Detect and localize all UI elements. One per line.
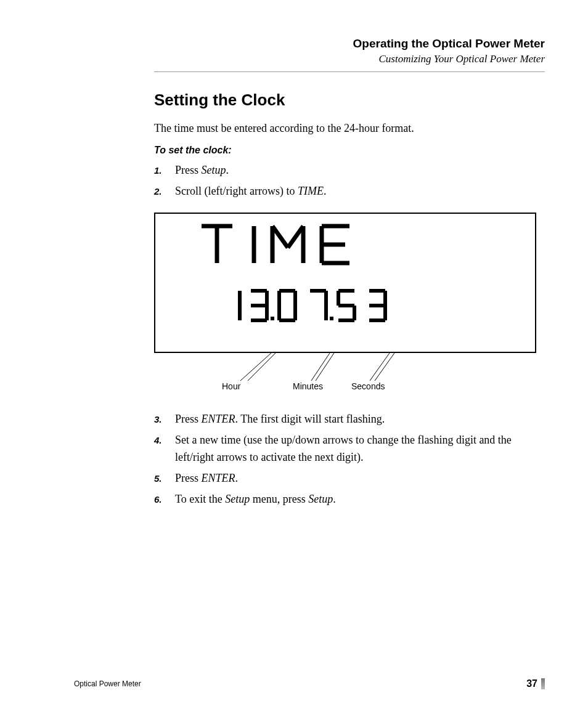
steps-list-a: Press Setup. Scroll (left/right arrows) … bbox=[154, 162, 545, 200]
step-1: Press Setup. bbox=[154, 162, 545, 179]
svg-line-4 bbox=[272, 226, 288, 248]
manual-page: Operating the Optical Power Meter Custom… bbox=[0, 0, 588, 714]
step-3: Press ENTER. The first digit will start … bbox=[154, 411, 545, 428]
step-2: Scroll (left/right arrows) to TIME. bbox=[154, 183, 545, 200]
svg-line-37 bbox=[311, 353, 330, 381]
svg-line-38 bbox=[316, 353, 334, 381]
svg-line-36 bbox=[248, 353, 276, 381]
header-rule bbox=[154, 71, 545, 72]
page-content: Setting the Clock The time must be enter… bbox=[43, 91, 545, 508]
figure: Hour Minutes Seconds bbox=[154, 213, 545, 396]
lcd-svg bbox=[198, 220, 457, 331]
page-footer: Optical Power Meter 37 bbox=[43, 678, 545, 689]
chapter-title: Operating the Optical Power Meter bbox=[154, 37, 545, 51]
step-6: To exit the Setup menu, press Setup. bbox=[154, 491, 545, 508]
svg-rect-24 bbox=[330, 317, 333, 320]
callout-lines bbox=[154, 353, 536, 387]
chapter-subtitle: Customizing Your Optical Power Meter bbox=[154, 53, 545, 65]
step-5: Press ENTER. bbox=[154, 470, 545, 487]
procedure-heading: To set the clock: bbox=[154, 145, 545, 156]
step-4: Set a new time (use the up/down arrows t… bbox=[154, 432, 545, 466]
svg-line-40 bbox=[375, 353, 394, 381]
lcd-display bbox=[154, 213, 536, 353]
svg-rect-17 bbox=[271, 317, 274, 320]
svg-line-39 bbox=[370, 353, 390, 381]
svg-line-35 bbox=[240, 353, 271, 381]
page-header: Operating the Optical Power Meter Custom… bbox=[43, 37, 545, 65]
callout-hour: Hour bbox=[222, 381, 240, 391]
svg-line-5 bbox=[288, 226, 303, 248]
figure-callouts: Hour Minutes Seconds bbox=[154, 353, 536, 396]
page-number: 37 bbox=[526, 678, 537, 689]
intro-paragraph: The time must be entered according to th… bbox=[154, 121, 545, 136]
steps-list-b: Press ENTER. The first digit will start … bbox=[154, 411, 545, 508]
section-title: Setting the Clock bbox=[154, 91, 545, 110]
callout-minutes: Minutes bbox=[293, 381, 323, 391]
footer-product: Optical Power Meter bbox=[43, 680, 141, 688]
footer-accent-icon bbox=[541, 678, 545, 689]
callout-seconds: Seconds bbox=[351, 381, 385, 391]
